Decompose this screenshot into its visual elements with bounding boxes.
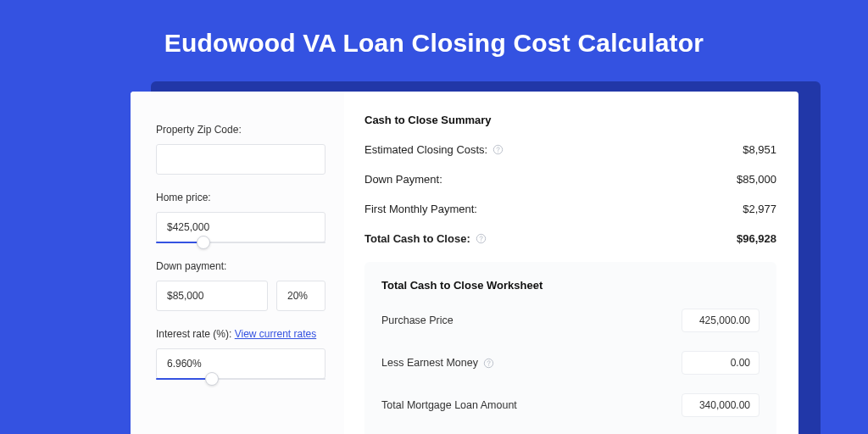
home-price-label: Home price:: [156, 192, 326, 203]
worksheet-section: Total Cash to Close Worksheet Purchase P…: [364, 262, 776, 434]
svg-point-5: [488, 364, 489, 365]
summary-value: $8,951: [743, 143, 776, 156]
home-price-input[interactable]: [156, 212, 326, 242]
worksheet-row-earnest-money: Less Earnest Money 0.00: [381, 351, 760, 375]
summary-title: Cash to Close Summary: [364, 114, 776, 126]
page-title: Eudowood VA Loan Closing Cost Calculator: [0, 0, 868, 58]
help-icon[interactable]: [476, 233, 487, 244]
summary-row-closing-costs: Estimated Closing Costs: $8,951: [364, 143, 776, 156]
slider-thumb[interactable]: [205, 372, 219, 386]
svg-point-3: [481, 240, 481, 241]
interest-rate-input[interactable]: [156, 348, 326, 379]
interest-rate-slider[interactable]: [156, 378, 326, 380]
slider-track: [156, 242, 326, 243]
worksheet-value[interactable]: 425,000.00: [682, 309, 760, 332]
summary-value: $2,977: [743, 203, 776, 215]
input-panel: Property Zip Code: Home price: Down paym…: [131, 92, 344, 434]
worksheet-label: Purchase Price: [381, 314, 453, 326]
worksheet-row-total-mortgage: Total Mortgage Loan Amount 340,000.00: [381, 393, 760, 417]
worksheet-label: Less Earnest Money: [381, 357, 478, 369]
page-background: Eudowood VA Loan Closing Cost Calculator…: [0, 0, 868, 434]
down-payment-field: Down payment:: [156, 260, 326, 311]
summary-total-label: Total Cash to Close:: [364, 232, 470, 245]
summary-value: $85,000: [737, 173, 776, 186]
down-payment-input[interactable]: [156, 281, 268, 311]
help-icon[interactable]: [492, 144, 504, 155]
summary-row-first-monthly: First Monthly Payment: $2,977: [364, 203, 776, 215]
summary-row-down-payment: Down Payment: $85,000: [364, 173, 776, 186]
down-payment-pct-input[interactable]: [276, 281, 326, 311]
home-price-slider[interactable]: [156, 242, 326, 243]
results-panel: Cash to Close Summary Estimated Closing …: [344, 92, 798, 434]
svg-point-1: [498, 151, 498, 152]
interest-rate-label-text: Interest rate (%):: [156, 328, 235, 340]
zip-input[interactable]: [156, 144, 326, 175]
interest-rate-label: Interest rate (%): View current rates: [156, 328, 326, 340]
calculator-card: Property Zip Code: Home price: Down paym…: [131, 92, 798, 434]
summary-total-value: $96,928: [737, 232, 776, 245]
slider-track: [156, 378, 326, 380]
zip-label: Property Zip Code:: [156, 124, 326, 136]
home-price-field: Home price:: [156, 192, 326, 243]
worksheet-row-purchase-price: Purchase Price 425,000.00: [381, 309, 760, 332]
worksheet-value[interactable]: 0.00: [682, 351, 760, 375]
help-icon[interactable]: [483, 358, 494, 369]
slider-thumb[interactable]: [197, 236, 210, 249]
summary-label: Down Payment:: [364, 173, 442, 186]
down-payment-label: Down payment:: [156, 260, 326, 272]
worksheet-title: Total Cash to Close Worksheet: [381, 279, 760, 292]
interest-rate-field: Interest rate (%): View current rates: [156, 328, 326, 380]
summary-label: Estimated Closing Costs:: [364, 143, 487, 156]
worksheet-value[interactable]: 340,000.00: [682, 393, 760, 417]
cash-to-close-summary: Cash to Close Summary Estimated Closing …: [364, 114, 776, 245]
summary-label: First Monthly Payment:: [364, 203, 477, 215]
slider-fill: [156, 378, 212, 380]
zip-field: Property Zip Code:: [156, 124, 326, 175]
worksheet-label: Total Mortgage Loan Amount: [381, 399, 517, 411]
view-rates-link[interactable]: View current rates: [235, 328, 317, 340]
summary-row-total: Total Cash to Close: $96,928: [364, 232, 776, 245]
